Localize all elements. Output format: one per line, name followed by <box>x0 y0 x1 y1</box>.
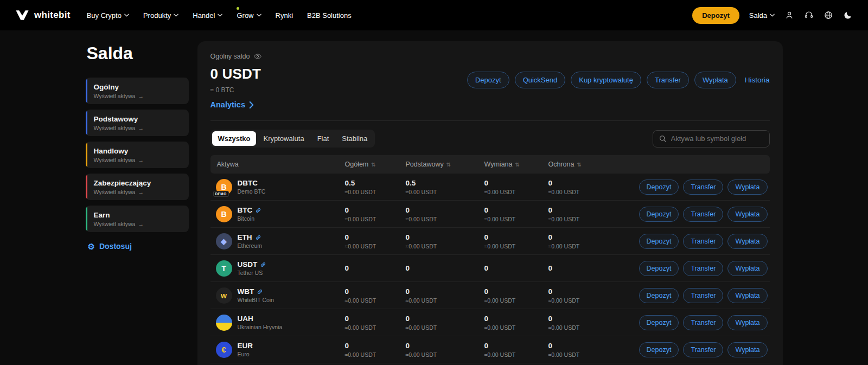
transfer-button[interactable]: Transfer <box>683 288 723 303</box>
chevron-right-icon <box>249 101 254 108</box>
deposit-button[interactable]: Depozyt <box>639 342 679 357</box>
deposit-button[interactable]: Depozyt <box>639 288 679 303</box>
asset-name: Ethereum <box>238 242 263 249</box>
link-icon[interactable] <box>255 234 261 241</box>
asset-row: BDEMO DBTC Demo BTC 0.5≈0.00 USDT 0.5≈0.… <box>210 174 770 201</box>
withdraw-button[interactable]: Wypłata <box>727 342 767 357</box>
row-actions: DepozytTransferWypłata <box>627 207 769 222</box>
deposit-button[interactable]: Depozyt <box>639 315 679 330</box>
summary-left: Ogólny saldo 0 USDT ≈ 0 BTC Analytics <box>210 52 263 110</box>
sort-icon[interactable]: ⇅ <box>446 162 451 168</box>
asset-symbol: ETH <box>238 233 252 241</box>
sidebar-item-zabezpieczajacy[interactable]: Zabezpieczający Wyświetl aktywa → <box>86 174 189 200</box>
sidebar-item-podstawowy[interactable]: Podstawowy Wyświetl aktywa → <box>86 110 189 136</box>
quicksend-button[interactable]: QuickSend <box>515 72 566 88</box>
column-label: Podstawowy <box>406 161 444 168</box>
assets-table: BDEMO DBTC Demo BTC 0.5≈0.00 USDT 0.5≈0.… <box>210 174 770 363</box>
deposit-button[interactable]: Depozyt <box>467 72 509 88</box>
asset-name: Ukrainian Hryvnia <box>238 324 283 330</box>
nav-item-label: Handel <box>193 11 215 20</box>
collateral-value: 0≈0.00 USDT <box>548 233 627 249</box>
transfer-button[interactable]: Transfer <box>683 180 723 195</box>
asset-name: Demo BTC <box>238 188 266 195</box>
withdraw-button[interactable]: Wypłata <box>727 315 767 330</box>
balances-menu-label: Salda <box>749 11 767 20</box>
tab-fiat[interactable]: Fiat <box>311 131 335 146</box>
search-input[interactable] <box>671 135 764 143</box>
buy-crypto-button[interactable]: Kup kryptowalutę <box>571 72 641 88</box>
withdraw-button[interactable]: Wypłata <box>727 261 767 276</box>
transfer-button[interactable]: Transfer <box>683 342 723 357</box>
transfer-button[interactable]: Transfer <box>683 315 723 330</box>
transfer-button[interactable]: Transfer <box>683 207 723 222</box>
history-link[interactable]: Historia <box>745 76 770 84</box>
analytics-link[interactable]: Analytics <box>210 100 254 109</box>
page-content: Salda Ogólny Wyświetl aktywa → Podstawow… <box>86 41 783 365</box>
transfer-button[interactable]: Transfer <box>683 234 723 249</box>
coin-glyph: € <box>222 345 226 354</box>
row-actions: DepozytTransferWypłata <box>627 288 769 303</box>
brand-name: whitebit <box>34 10 71 21</box>
nav-rynki[interactable]: Rynki <box>276 11 293 20</box>
exchange-value: 0≈0.00 USDT <box>484 206 548 222</box>
coin-glyph: ◆ <box>221 237 227 246</box>
deposit-button[interactable]: Depozyt <box>639 180 679 195</box>
coin-icon: BDEMO <box>216 179 232 195</box>
nav-grow[interactable]: Grow <box>237 11 261 20</box>
sidebar-item-handlowy[interactable]: Handlowy Wyświetl aktywa → <box>86 142 189 168</box>
tab-all[interactable]: Wszystko <box>212 131 257 146</box>
demo-badge: DEMO <box>213 191 229 197</box>
balances-menu[interactable]: Salda <box>749 11 775 20</box>
support-icon[interactable] <box>804 10 814 20</box>
withdraw-button[interactable]: Wypłata <box>727 207 767 222</box>
column-label: Wymiana <box>484 161 513 168</box>
sidebar-item-earn[interactable]: Earn Wyświetl aktywa → <box>86 206 189 232</box>
withdraw-button[interactable]: Wypłata <box>727 288 767 303</box>
visibility-toggle-icon[interactable] <box>253 52 262 61</box>
arrow-right-icon: → <box>138 93 144 99</box>
customize-button[interactable]: ⚙ Dostosuj <box>86 242 189 251</box>
deposit-button[interactable]: Depozyt <box>639 207 679 222</box>
user-icon[interactable] <box>784 10 794 20</box>
deposit-button[interactable]: Depozyt <box>692 7 739 24</box>
sort-icon[interactable]: ⇅ <box>371 162 375 168</box>
nav-b2b-solutions[interactable]: B2B Solutions <box>307 11 352 20</box>
whitebit-logo[interactable]: whitebit <box>15 9 71 21</box>
transfer-button[interactable]: Transfer <box>683 261 723 276</box>
main-value: 0 <box>406 264 484 272</box>
theme-toggle-icon[interactable] <box>843 10 853 20</box>
asset-row: T USDT Tether US 0 0 0 0 DepozytTransfer… <box>210 255 770 282</box>
sidebar-item-ogolny[interactable]: Ogólny Wyświetl aktywa → <box>86 78 189 104</box>
wallet-name: Handlowy <box>94 147 182 155</box>
row-actions: DepozytTransferWypłata <box>627 234 769 249</box>
coin-icon: B <box>216 206 232 222</box>
asset-cell: UAH Ukrainian Hryvnia <box>212 315 345 331</box>
link-icon[interactable] <box>255 207 261 214</box>
coin-icon: T <box>216 260 232 277</box>
withdraw-button[interactable]: Wypłata <box>727 180 767 195</box>
asset-name: Euro <box>238 351 253 357</box>
wallet-name: Zabezpieczający <box>94 179 182 187</box>
asset-symbol: DBTC <box>238 179 258 187</box>
logo-icon <box>15 9 29 21</box>
nav-produkty[interactable]: Produkty <box>143 11 178 20</box>
nav-handel[interactable]: Handel <box>193 11 222 20</box>
sort-icon[interactable]: ⇅ <box>577 162 581 168</box>
tab-crypto[interactable]: Kryptowaluta <box>257 131 310 146</box>
link-icon[interactable] <box>260 261 266 268</box>
withdraw-button[interactable]: Wypłata <box>727 234 767 249</box>
sort-icon[interactable]: ⇅ <box>515 162 519 168</box>
wallet-list: Ogólny Wyświetl aktywa → Podstawowy Wyśw… <box>86 78 189 232</box>
summary-actions: DepozytQuickSendKup kryptowalutęTransfer… <box>467 72 770 88</box>
deposit-button[interactable]: Depozyt <box>639 234 679 249</box>
balances-panel: Ogólny saldo 0 USDT ≈ 0 BTC Analytics De… <box>197 41 783 365</box>
deposit-button[interactable]: Depozyt <box>639 261 679 276</box>
navbar-right: Depozyt Salda <box>692 7 853 24</box>
withdraw-button[interactable]: Wypłata <box>694 72 736 88</box>
transfer-button[interactable]: Transfer <box>647 72 689 88</box>
language-icon[interactable] <box>824 10 833 20</box>
search-box[interactable] <box>653 130 770 148</box>
nav-buy-crypto[interactable]: Buy Crypto <box>87 11 129 20</box>
link-icon[interactable] <box>257 289 263 295</box>
tab-stable[interactable]: Stabilna <box>336 131 373 146</box>
